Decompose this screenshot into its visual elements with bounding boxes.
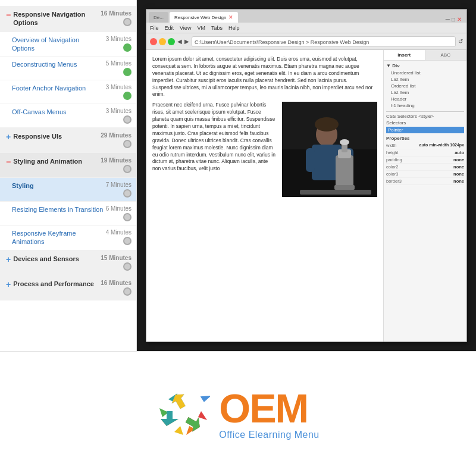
browser-tab-2[interactable]: Responsive Web Design ✕ bbox=[170, 12, 238, 23]
panel-tree-section: ▼ Div Unordered list List Item Ordered l… bbox=[386, 63, 464, 109]
sidebar-item-keyframe-animations[interactable]: Responsive Keyframe Animations 4 Minutes bbox=[0, 226, 136, 250]
prop-row-width: width auto min-width 1024px bbox=[386, 142, 464, 149]
lorem-paragraph-2: Praesent nec eleifend urna. Fusce pulvin… bbox=[152, 102, 276, 173]
status-indicator bbox=[123, 140, 131, 148]
menu-file[interactable]: File bbox=[150, 25, 159, 31]
browser-window: De... Responsive Web Design ✕ ─ □ ✕ bbox=[146, 9, 467, 342]
svg-rect-12 bbox=[300, 190, 371, 195]
status-indicator bbox=[123, 18, 131, 26]
browser-address-bar[interactable]: C:\Users\User\Documents\Responsive Desig… bbox=[192, 36, 456, 47]
item-duration: 4 Minutes bbox=[106, 229, 131, 236]
svg-marker-14 bbox=[198, 411, 207, 420]
status-indicator bbox=[123, 287, 131, 296]
sidebar-item-responsive-styling[interactable]: Styling 7 Minutes bbox=[0, 178, 136, 202]
browser-maximize-btn[interactable] bbox=[168, 38, 175, 45]
section-duration: 15 Minutes bbox=[101, 255, 131, 261]
sidebar-item-footer-anchor[interactable]: Footer Anchor Navigation 3 Minutes bbox=[0, 80, 136, 104]
pointer-selector[interactable]: Pointer bbox=[386, 127, 464, 133]
status-indicator bbox=[123, 262, 131, 271]
item-duration: 6 Minutes bbox=[106, 205, 131, 212]
menu-vm[interactable]: VM bbox=[197, 25, 205, 31]
browser-tab-bar: De... Responsive Web Design ✕ ─ □ ✕ bbox=[146, 10, 466, 23]
item-label: Overview of Navigation Options bbox=[12, 36, 104, 53]
item-label: Deconstructing Menus bbox=[12, 60, 104, 68]
tree-item-unordered[interactable]: Unordered list bbox=[386, 70, 464, 76]
prop-row-padding: padding none bbox=[386, 156, 464, 164]
sidebar-section-process-performance[interactable]: + Process and Performance 16 Minutes bbox=[0, 275, 136, 300]
sidebar-section-responsive-uis[interactable]: + Responsive UIs 29 Minutes bbox=[0, 128, 136, 153]
menu-edit[interactable]: Edit bbox=[165, 25, 174, 31]
oem-text-block: OEM Office Elearning Menu bbox=[219, 388, 320, 440]
oem-arrows-logo bbox=[156, 387, 210, 441]
sidebar-item-overview-nav[interactable]: Overview of Navigation Options 3 Minutes bbox=[0, 32, 136, 57]
browser-minimize-btn[interactable] bbox=[159, 38, 166, 45]
sidebar-item-deconstructing-menus[interactable]: Deconstructing Menus 5 Minutes bbox=[0, 57, 136, 80]
panel-tab-bar: Insert ABC bbox=[384, 50, 466, 61]
status-indicator bbox=[123, 43, 131, 52]
sidebar-section-devices-sensors[interactable]: + Devices and Sensors 15 Minutes bbox=[0, 250, 136, 275]
refresh-icon[interactable]: ↺ bbox=[458, 38, 463, 45]
plus-icon: + bbox=[6, 280, 11, 289]
section-label: Responsive Navigation Options bbox=[13, 10, 98, 27]
restore-icon[interactable]: □ bbox=[452, 16, 455, 23]
sidebar-section-responsive-nav[interactable]: − Responsive Navigation Options 16 Minut… bbox=[0, 6, 136, 32]
close-window-icon[interactable]: ✕ bbox=[457, 16, 462, 23]
status-indicator bbox=[123, 165, 131, 173]
sidebar-section-styling-animation[interactable]: − Styling and Animation 19 Minutes bbox=[0, 153, 136, 178]
tree-item-ordered[interactable]: Ordered list bbox=[386, 83, 464, 89]
back-icon[interactable]: ◀ bbox=[177, 38, 182, 45]
item-duration: 7 Minutes bbox=[106, 181, 131, 188]
menu-view[interactable]: View bbox=[180, 25, 191, 31]
item-duration: 3 Minutes bbox=[106, 84, 131, 90]
panel-tab-abc[interactable]: ABC bbox=[425, 50, 467, 60]
tree-item-listitem2[interactable]: List Item bbox=[386, 89, 464, 96]
tree-item-h1[interactable]: h1 heading bbox=[386, 102, 464, 109]
browser-text-left: Praesent nec eleifend urna. Fusce pulvin… bbox=[152, 102, 276, 197]
menu-tabs[interactable]: Tabs bbox=[211, 25, 223, 31]
forward-icon[interactable]: ▶ bbox=[184, 38, 189, 45]
minus-icon: − bbox=[6, 157, 11, 167]
status-indicator bbox=[123, 189, 131, 198]
tree-item-header[interactable]: Header bbox=[386, 96, 464, 102]
minimize-icon[interactable]: ─ bbox=[446, 16, 450, 23]
section-label: Devices and Sensors bbox=[13, 255, 98, 263]
sidebar-item-resizing-elements[interactable]: Resizing Elements in Transition 6 Minute… bbox=[0, 202, 136, 226]
svg-point-6 bbox=[315, 117, 339, 131]
top-section: − Responsive Navigation Options 16 Minut… bbox=[0, 0, 476, 351]
plus-icon: + bbox=[6, 132, 11, 142]
item-label: Responsive Keyframe Animations bbox=[12, 229, 104, 246]
item-label: Resizing Elements in Transition bbox=[12, 205, 104, 214]
prop-row-height: height auto bbox=[386, 149, 464, 156]
svg-point-10 bbox=[340, 139, 349, 145]
svg-rect-11 bbox=[334, 185, 355, 190]
item-label: Styling bbox=[12, 181, 104, 190]
prop-row-border: border3 none bbox=[386, 178, 464, 185]
section-duration: 19 Minutes bbox=[101, 157, 131, 164]
close-tab-icon[interactable]: ✕ bbox=[228, 14, 233, 20]
browser-right-panel: Insert ABC ▼ Div Unordered list List Ite… bbox=[383, 50, 466, 342]
browser-content-row: Praesent nec eleifend urna. Fusce pulvin… bbox=[152, 102, 377, 197]
section-duration: 16 Minutes bbox=[101, 280, 131, 286]
status-indicator bbox=[123, 237, 131, 245]
sidebar: − Responsive Navigation Options 16 Minut… bbox=[0, 0, 137, 351]
tree-item-listitem1[interactable]: List Item bbox=[386, 76, 464, 83]
lorem-paragraph-1: Lorem ipsum dolor sit amet, consectetur … bbox=[152, 56, 377, 98]
main-content-area: De... Responsive Web Design ✕ ─ □ ✕ bbox=[137, 0, 476, 351]
person-microscope-image bbox=[282, 102, 377, 197]
status-indicator bbox=[123, 115, 131, 124]
svg-marker-13 bbox=[199, 391, 210, 403]
plus-icon: + bbox=[6, 255, 11, 264]
browser-image bbox=[282, 102, 377, 197]
status-indicator bbox=[123, 92, 131, 100]
panel-tab-insert[interactable]: Insert bbox=[384, 50, 425, 60]
item-duration: 3 Minutes bbox=[106, 108, 131, 114]
svg-rect-4 bbox=[306, 148, 315, 172]
app-container: − Responsive Navigation Options 16 Minut… bbox=[0, 0, 476, 476]
section-label: Styling and Animation bbox=[13, 157, 98, 165]
sidebar-item-off-canvas[interactable]: Off-Canvas Menus 3 Minutes bbox=[0, 104, 136, 128]
menu-help[interactable]: Help bbox=[228, 25, 240, 31]
browser-body: Lorem ipsum dolor sit amet, consectetur … bbox=[146, 50, 466, 342]
browser-tab-1[interactable]: De... bbox=[149, 12, 168, 23]
browser-close-btn[interactable] bbox=[150, 38, 157, 45]
browser-main-content: Lorem ipsum dolor sit amet, consectetur … bbox=[146, 50, 383, 342]
